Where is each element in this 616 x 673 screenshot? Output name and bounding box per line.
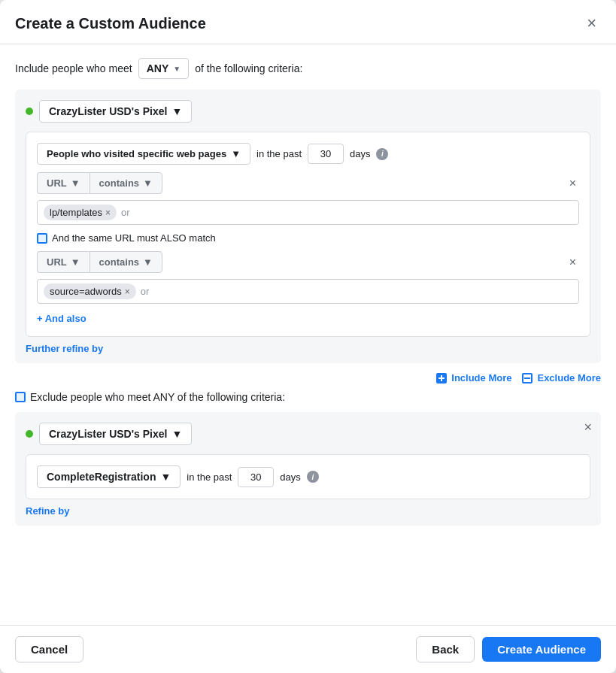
days-label: days [350,148,370,159]
contains-caret-1: ▼ [143,177,153,189]
exclude-header-row: Exclude people who meet ANY of the follo… [15,391,601,403]
or-label-2: or [141,286,150,297]
exclude-pixel-caret: ▼ [171,428,182,440]
info-icon: i [376,148,388,160]
exclude-text: Exclude people who meet ANY of the follo… [30,391,285,403]
any-dropdown-caret: ▼ [173,65,181,73]
tag-source-adwords: source=adwords × [44,283,136,299]
url-filter-1-remove[interactable]: × [566,177,579,190]
include-criteria-row: Include people who meet ANY ▼ of the fol… [15,58,601,79]
pixel-dropdown[interactable]: CrazyLister USD's Pixel ▼ [39,100,192,123]
tag-source-adwords-remove[interactable]: × [125,287,130,296]
contains-dropdown-2[interactable]: contains ▼ [90,251,162,273]
exclude-more-button[interactable]: Exclude More [522,372,601,383]
exclude-pixel-header: CrazyLister USD's Pixel ▼ [26,423,590,445]
rule-top-row: People who visited specific web pages ▼ … [37,143,579,165]
exclude-days-label: days [280,471,300,483]
exclude-pixel-dropdown[interactable]: CrazyLister USD's Pixel ▼ [39,423,192,445]
svg-rect-1 [441,375,442,381]
include-more-button[interactable]: Include More [436,372,511,383]
or-label-1: or [121,207,130,218]
pixel-status-dot [26,108,33,115]
cancel-button[interactable]: Cancel [15,636,83,662]
contains-caret-2: ▼ [143,256,153,268]
modal-body: Include people who meet ANY ▼ of the fol… [0,44,616,625]
also-match-text: And the same URL must ALSO match [52,232,216,244]
rule-box: People who visited specific web pages ▼ … [26,132,590,337]
tag-lp-templates-remove[interactable]: × [105,208,111,217]
url-caret-1: ▼ [71,177,80,189]
in-the-past-label: in the past [256,148,302,159]
rule-type-dropdown[interactable]: People who visited specific web pages ▼ [37,143,250,165]
of-following-text: of the following criteria: [195,62,302,74]
url-dropdown-2[interactable]: URL ▼ [37,251,90,273]
tags-row-1[interactable]: lp/templates × or [37,200,579,225]
refine-by-button[interactable]: Refine by [26,499,70,518]
modal-footer: Cancel Back Create Audience [0,625,616,673]
complete-registration-dropdown[interactable]: CompleteRegistration ▼ [37,465,181,488]
include-more-icon [436,373,447,383]
and-also-button[interactable]: + And also [37,311,86,326]
url-filter-2-row: URL ▼ contains ▼ × [37,251,579,273]
exclude-checkbox-icon [15,392,26,402]
include-pixel-section: CrazyLister USD's Pixel ▼ People who vis… [15,89,601,363]
exclude-info-icon: i [307,471,319,483]
contains-dropdown-1[interactable]: contains ▼ [90,172,162,194]
tags-row-2[interactable]: source=adwords × or [37,279,579,304]
exclude-pixel-section: × CrazyLister USD's Pixel ▼ CompleteRegi… [15,412,601,526]
back-button[interactable]: Back [416,636,475,662]
url-caret-2: ▼ [71,256,80,268]
complete-registration-row: CompleteRegistration ▼ in the past days … [37,465,579,488]
create-audience-button[interactable]: Create Audience [482,637,601,662]
exclude-rule-box: CompleteRegistration ▼ in the past days … [26,454,590,499]
url-filter-2-remove[interactable]: × [566,256,579,269]
exclude-more-icon [522,373,533,383]
further-refine-button[interactable]: Further refine by [26,337,103,356]
url-filter-1-row: URL ▼ contains ▼ × [37,172,579,194]
complete-reg-caret: ▼ [160,471,171,483]
exclude-days-input[interactable] [238,467,274,487]
also-match-checkbox[interactable] [37,233,47,244]
modal-header: Create a Custom Audience × [0,0,616,44]
also-match-row: And the same URL must ALSO match [37,232,579,244]
exclude-pixel-status-dot [26,430,33,438]
create-custom-audience-modal: Create a Custom Audience × Include peopl… [0,0,616,673]
rule-type-caret: ▼ [231,148,241,159]
url-dropdown-1[interactable]: URL ▼ [37,172,90,194]
footer-right: Back Create Audience [416,636,601,662]
modal-title: Create a Custom Audience [15,15,206,32]
any-dropdown[interactable]: ANY ▼ [138,58,189,79]
pixel-caret: ▼ [171,105,182,117]
svg-rect-2 [524,377,530,379]
tag-lp-templates: lp/templates × [44,205,117,220]
days-input[interactable] [308,144,344,164]
close-button[interactable]: × [582,14,601,33]
pixel-header: CrazyLister USD's Pixel ▼ [26,100,590,123]
include-text: Include people who meet [15,62,132,74]
exclude-pixel-remove[interactable]: × [584,420,592,435]
exclude-in-the-past-label: in the past [187,471,232,483]
actions-row: Include More Exclude More [15,372,601,383]
